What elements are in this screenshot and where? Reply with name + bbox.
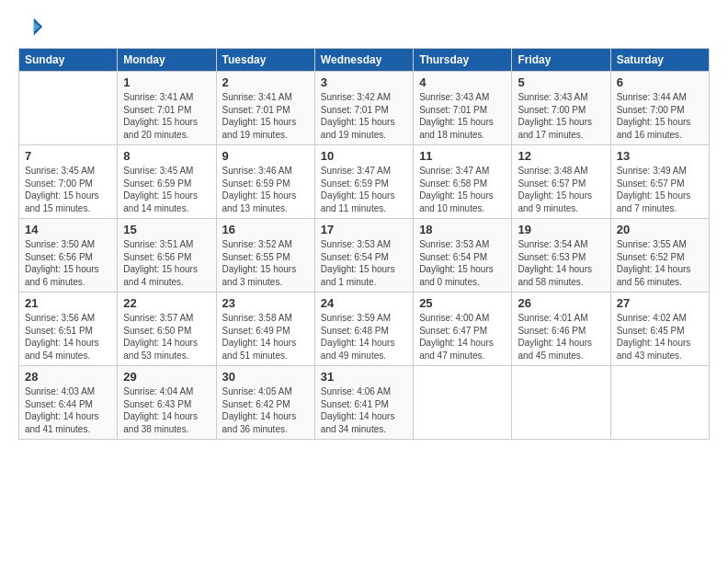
calendar-cell: 11Sunrise: 3:47 AM Sunset: 6:58 PM Dayli… — [414, 145, 512, 219]
day-number: 22 — [123, 296, 210, 310]
day-number: 5 — [518, 75, 604, 89]
calendar-cell: 14Sunrise: 3:50 AM Sunset: 6:56 PM Dayli… — [19, 219, 118, 293]
calendar-cell — [19, 72, 118, 145]
day-info: Sunrise: 3:58 AM Sunset: 6:49 PM Dayligh… — [222, 312, 309, 362]
calendar-cell: 7Sunrise: 3:45 AM Sunset: 7:00 PM Daylig… — [19, 145, 118, 219]
calendar-cell: 18Sunrise: 3:53 AM Sunset: 6:54 PM Dayli… — [414, 219, 512, 293]
calendar-table: SundayMondayTuesdayWednesdayThursdayFrid… — [18, 48, 710, 440]
calendar-cell: 25Sunrise: 4:00 AM Sunset: 6:47 PM Dayli… — [414, 293, 512, 366]
day-number: 13 — [617, 149, 703, 163]
calendar-cell: 15Sunrise: 3:51 AM Sunset: 6:56 PM Dayli… — [118, 219, 216, 293]
day-number: 24 — [321, 296, 407, 310]
day-number: 21 — [25, 296, 111, 310]
calendar-week-1: 1Sunrise: 3:41 AM Sunset: 7:01 PM Daylig… — [19, 72, 710, 145]
day-info: Sunrise: 3:44 AM Sunset: 7:00 PM Dayligh… — [617, 91, 703, 141]
calendar-cell — [610, 366, 709, 440]
day-info: Sunrise: 3:47 AM Sunset: 6:58 PM Dayligh… — [419, 165, 506, 214]
day-info: Sunrise: 3:48 AM Sunset: 6:57 PM Dayligh… — [518, 165, 604, 214]
day-number: 20 — [617, 223, 703, 236]
calendar-week-3: 14Sunrise: 3:50 AM Sunset: 6:56 PM Dayli… — [19, 219, 710, 293]
page-container: SundayMondayTuesdayWednesdayThursdayFrid… — [0, 0, 728, 449]
weekday-header-sunday: Sunday — [19, 49, 118, 72]
day-number: 26 — [518, 296, 604, 310]
day-number: 9 — [222, 149, 309, 163]
day-number: 7 — [25, 149, 111, 163]
day-number: 28 — [25, 370, 111, 384]
day-info: Sunrise: 3:50 AM Sunset: 6:56 PM Dayligh… — [25, 238, 111, 288]
day-info: Sunrise: 3:53 AM Sunset: 6:54 PM Dayligh… — [419, 238, 506, 288]
calendar-cell: 10Sunrise: 3:47 AM Sunset: 6:59 PM Dayli… — [314, 145, 413, 219]
calendar-cell: 17Sunrise: 3:53 AM Sunset: 6:54 PM Dayli… — [314, 219, 413, 293]
day-info: Sunrise: 3:47 AM Sunset: 6:59 PM Dayligh… — [321, 165, 407, 214]
day-info: Sunrise: 3:57 AM Sunset: 6:50 PM Dayligh… — [123, 312, 210, 362]
calendar-cell: 24Sunrise: 3:59 AM Sunset: 6:48 PM Dayli… — [314, 293, 413, 366]
calendar-cell: 2Sunrise: 3:41 AM Sunset: 7:01 PM Daylig… — [216, 72, 314, 145]
logo-icon — [18, 15, 44, 40]
day-number: 19 — [518, 223, 604, 236]
weekday-header-tuesday: Tuesday — [216, 49, 314, 72]
day-number: 25 — [419, 296, 506, 310]
calendar-cell: 29Sunrise: 4:04 AM Sunset: 6:43 PM Dayli… — [118, 366, 216, 440]
day-number: 1 — [123, 75, 210, 89]
calendar-cell — [512, 366, 610, 440]
calendar-cell: 12Sunrise: 3:48 AM Sunset: 6:57 PM Dayli… — [512, 145, 610, 219]
day-info: Sunrise: 3:43 AM Sunset: 7:01 PM Dayligh… — [419, 91, 506, 141]
day-number: 17 — [321, 223, 407, 236]
day-number: 30 — [222, 370, 309, 384]
calendar-cell: 26Sunrise: 4:01 AM Sunset: 6:46 PM Dayli… — [512, 293, 610, 366]
calendar-cell: 28Sunrise: 4:03 AM Sunset: 6:44 PM Dayli… — [19, 366, 118, 440]
day-info: Sunrise: 4:01 AM Sunset: 6:46 PM Dayligh… — [518, 312, 604, 362]
calendar-cell: 23Sunrise: 3:58 AM Sunset: 6:49 PM Dayli… — [216, 293, 314, 366]
day-info: Sunrise: 3:41 AM Sunset: 7:01 PM Dayligh… — [222, 91, 309, 141]
calendar-cell: 1Sunrise: 3:41 AM Sunset: 7:01 PM Daylig… — [118, 72, 216, 145]
calendar-week-4: 21Sunrise: 3:56 AM Sunset: 6:51 PM Dayli… — [19, 293, 710, 366]
day-info: Sunrise: 3:46 AM Sunset: 6:59 PM Dayligh… — [222, 165, 309, 214]
day-number: 31 — [321, 370, 407, 384]
day-info: Sunrise: 3:59 AM Sunset: 6:48 PM Dayligh… — [321, 312, 407, 362]
calendar-week-2: 7Sunrise: 3:45 AM Sunset: 7:00 PM Daylig… — [19, 145, 710, 219]
day-number: 11 — [419, 149, 506, 163]
calendar-cell: 5Sunrise: 3:43 AM Sunset: 7:00 PM Daylig… — [512, 72, 610, 145]
day-number: 2 — [222, 75, 309, 89]
day-number: 14 — [25, 223, 111, 236]
day-info: Sunrise: 3:56 AM Sunset: 6:51 PM Dayligh… — [25, 312, 111, 362]
header-row — [18, 15, 710, 40]
day-number: 4 — [419, 75, 506, 89]
day-number: 29 — [123, 370, 210, 384]
calendar-cell: 3Sunrise: 3:42 AM Sunset: 7:01 PM Daylig… — [314, 72, 413, 145]
day-info: Sunrise: 4:00 AM Sunset: 6:47 PM Dayligh… — [419, 312, 506, 362]
day-info: Sunrise: 4:06 AM Sunset: 6:41 PM Dayligh… — [321, 385, 407, 435]
weekday-header-wednesday: Wednesday — [314, 49, 413, 72]
day-number: 6 — [617, 75, 703, 89]
calendar-cell: 19Sunrise: 3:54 AM Sunset: 6:53 PM Dayli… — [512, 219, 610, 293]
weekday-header-thursday: Thursday — [414, 49, 512, 72]
day-number: 3 — [321, 75, 407, 89]
calendar-cell: 8Sunrise: 3:45 AM Sunset: 6:59 PM Daylig… — [118, 145, 216, 219]
calendar-cell: 16Sunrise: 3:52 AM Sunset: 6:55 PM Dayli… — [216, 219, 314, 293]
calendar-cell: 30Sunrise: 4:05 AM Sunset: 6:42 PM Dayli… — [216, 366, 314, 440]
day-info: Sunrise: 3:55 AM Sunset: 6:52 PM Dayligh… — [617, 238, 703, 288]
calendar-cell — [414, 366, 512, 440]
day-info: Sunrise: 3:45 AM Sunset: 6:59 PM Dayligh… — [123, 165, 210, 214]
day-info: Sunrise: 3:42 AM Sunset: 7:01 PM Dayligh… — [321, 91, 407, 141]
weekday-header-saturday: Saturday — [610, 49, 709, 72]
calendar-cell: 6Sunrise: 3:44 AM Sunset: 7:00 PM Daylig… — [610, 72, 709, 145]
calendar-cell: 31Sunrise: 4:06 AM Sunset: 6:41 PM Dayli… — [314, 366, 413, 440]
day-info: Sunrise: 4:02 AM Sunset: 6:45 PM Dayligh… — [617, 312, 703, 362]
day-info: Sunrise: 3:51 AM Sunset: 6:56 PM Dayligh… — [123, 238, 210, 288]
calendar-cell: 13Sunrise: 3:49 AM Sunset: 6:57 PM Dayli… — [610, 145, 709, 219]
day-number: 10 — [321, 149, 407, 163]
day-info: Sunrise: 3:41 AM Sunset: 7:01 PM Dayligh… — [123, 91, 210, 141]
day-info: Sunrise: 3:52 AM Sunset: 6:55 PM Dayligh… — [222, 238, 309, 288]
calendar-cell: 20Sunrise: 3:55 AM Sunset: 6:52 PM Dayli… — [610, 219, 709, 293]
logo — [18, 15, 48, 40]
day-info: Sunrise: 3:49 AM Sunset: 6:57 PM Dayligh… — [617, 165, 703, 214]
calendar-cell: 21Sunrise: 3:56 AM Sunset: 6:51 PM Dayli… — [19, 293, 118, 366]
day-info: Sunrise: 3:53 AM Sunset: 6:54 PM Dayligh… — [321, 238, 407, 288]
day-info: Sunrise: 4:03 AM Sunset: 6:44 PM Dayligh… — [25, 385, 111, 435]
day-info: Sunrise: 3:43 AM Sunset: 7:00 PM Dayligh… — [518, 91, 604, 141]
calendar-cell: 22Sunrise: 3:57 AM Sunset: 6:50 PM Dayli… — [118, 293, 216, 366]
day-info: Sunrise: 4:05 AM Sunset: 6:42 PM Dayligh… — [222, 385, 309, 435]
day-number: 15 — [123, 223, 210, 236]
day-info: Sunrise: 3:54 AM Sunset: 6:53 PM Dayligh… — [518, 238, 604, 288]
